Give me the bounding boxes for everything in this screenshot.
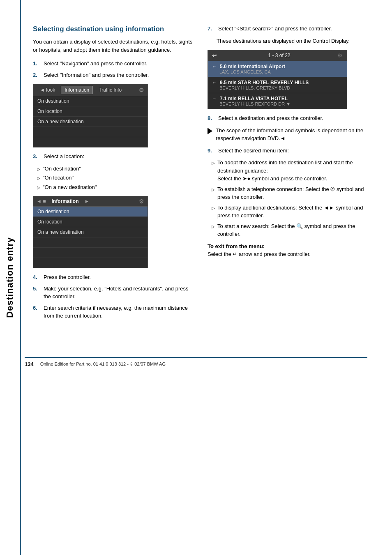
exit-section: To exit from the menu: Select the ↵ arro… <box>208 242 370 258</box>
col-left: Selecting destination using information … <box>33 25 195 324</box>
tri-arrow-3: ▷ <box>37 184 40 191</box>
right-steps: 7. Select "<Start search>" and press the… <box>208 25 370 33</box>
display-settings-icon[interactable]: ⚙ <box>337 52 343 59</box>
right-steps-3: 9. Select the desired menu item: <box>208 147 370 155</box>
footer-text: Online Edition for Part no. 01 41 0 013 … <box>40 362 166 366</box>
display-row-3[interactable]: → 7.1 mls BELLA VISTA HOTEL BEVERLY HILL… <box>208 93 347 109</box>
note-triangle-icon <box>208 128 212 134</box>
display-name-3: 7.1 mls BELLA VISTA HOTEL <box>220 96 288 101</box>
step-8: 8. Select a destination and press the co… <box>208 114 370 122</box>
note-box: The scope of the information and symbols… <box>208 127 370 143</box>
step-text-3: Select a location: <box>44 152 84 161</box>
widget-row-on-location: On location <box>33 106 148 117</box>
display-sub-2: BEVERLY HILLS, GRETZKY BLVD <box>212 85 343 90</box>
intro-text: You can obtain a display of selected des… <box>33 38 195 54</box>
page-number: 134 <box>25 361 34 367</box>
sidebar-label: Destination entry <box>5 237 15 318</box>
two-col-layout: Selecting destination using information … <box>33 25 370 324</box>
footer: 134 Online Edition for Part no. 01 41 0 … <box>25 357 367 367</box>
widget2-info-label: Information <box>51 198 78 204</box>
exit-label: To exit from the menu: Select the ↵ arro… <box>208 242 370 258</box>
widget-row-on-new-dest: On a new destination <box>33 117 148 127</box>
widget2-row-empty1 <box>33 237 148 248</box>
step-9-subitems: ▷ To adopt the address into the destinat… <box>212 159 370 238</box>
display-widget: ↩ 1 - 3 of 22 ⚙ ← 5.0 mls International … <box>208 50 347 109</box>
right-steps-2: 8. Select a destination and press the co… <box>208 114 370 122</box>
display-row-2-main: ← 9.5 mls STAR HOTEL BEVERLY HILLS <box>212 80 343 85</box>
sub-9-1: ▷ To adopt the address into the destinat… <box>212 159 370 183</box>
widget2-row-on-dest: On destination <box>33 207 148 217</box>
widget-1: ◄ look Information Traffic Info ⚙ On des… <box>33 84 148 147</box>
widget-tab-information[interactable]: Information <box>61 86 93 94</box>
step-5: 5. Make your selection, e.g. "Hotels and… <box>33 285 195 301</box>
widget-row-empty2 <box>33 137 148 147</box>
tri-arrow-1: ▷ <box>37 166 40 172</box>
sub-text-on-new: "On a new destination" <box>43 183 97 191</box>
steps-list-3: 4. Press the controller. 5. Make your se… <box>33 273 195 320</box>
sub-text-9-2: To establish a telephone connection: Sel… <box>217 185 370 201</box>
display-sub-1: LAX, LOS ANGELES, CA <box>212 69 343 74</box>
step-num-4: 4. <box>33 273 42 281</box>
sub-9-2: ▷ To establish a telephone connection: S… <box>212 185 370 201</box>
steps-list-2: 3. Select a location: <box>33 152 195 161</box>
widget-tab-look[interactable]: ◄ look <box>37 86 58 94</box>
step-num-1: 1. <box>33 60 42 68</box>
tri-arrow-9-2: ▷ <box>212 187 215 193</box>
step-text-5: Make your selection, e.g. "Hotels and re… <box>44 285 195 301</box>
dist-arrow-2: ← <box>212 80 217 85</box>
sub-item-on-dest: ▷ "On destination" <box>37 165 195 173</box>
step-text-4: Press the controller. <box>44 273 91 281</box>
step-2: 2. Select "Information" and press the co… <box>33 71 195 79</box>
step-6: 6. Enter search criteria if necessary, e… <box>33 304 195 320</box>
display-header: ↩ 1 - 3 of 22 ⚙ <box>208 50 347 61</box>
step-3: 3. Select a location: <box>33 152 195 161</box>
section-title: Selecting destination using information <box>33 25 195 34</box>
tri-arrow-9-1: ▷ <box>212 160 215 166</box>
step-text-6: Enter search criteria if necessary, e.g.… <box>44 304 195 320</box>
back-icon[interactable]: ↩ <box>212 52 217 59</box>
step-4: 4. Press the controller. <box>33 273 195 281</box>
steps-list: 1. Select "Navigation" and press the con… <box>33 60 195 79</box>
main-content: Selecting destination using information … <box>25 0 386 341</box>
sub-9-4: ▷ To start a new search: Select the 🔍 sy… <box>212 222 370 238</box>
step-num-8: 8. <box>208 114 217 122</box>
widget-2: ◄ ■ Information ► ⚙ On destination On lo… <box>33 196 148 268</box>
step-7: 7. Select "<Start search>" and press the… <box>208 25 370 33</box>
widget2-settings-icon[interactable]: ⚙ <box>139 198 144 205</box>
widget2-row-on-loc: On location <box>33 217 148 227</box>
widget-tab-traffic[interactable]: Traffic Info <box>95 86 125 94</box>
display-row-1[interactable]: ← 5.0 mls International Airport LAX, LOS… <box>208 61 347 77</box>
display-sub-3: BEVERLY HILLS REXFORD DR ▼ <box>212 101 343 106</box>
widget-settings-icon[interactable]: ⚙ <box>139 87 144 93</box>
step-text-9: Select the desired menu item: <box>218 147 289 155</box>
display-name-2: 9.5 mls STAR HOTEL BEVERLY HILLS <box>220 80 309 85</box>
widget-1-header: ◄ look Information Traffic Info ⚙ <box>33 84 148 96</box>
widget2-right-arrow: ► <box>84 198 89 204</box>
widget-row-on-destination: On destination <box>33 96 148 106</box>
note-text: The scope of the information and symbols… <box>216 127 370 143</box>
step-text-1: Select "Navigation" and press the contro… <box>44 60 148 68</box>
sub-text-on-loc: "On location" <box>43 174 74 182</box>
display-row-1-main: ← 5.0 mls International Airport <box>212 64 343 69</box>
display-row-2[interactable]: ← 9.5 mls STAR HOTEL BEVERLY HILLS BEVER… <box>208 77 347 93</box>
widget2-row-empty3 <box>33 258 148 268</box>
step-text-2: Select "Information" and press the contr… <box>44 71 149 79</box>
step-num-2: 2. <box>33 71 42 79</box>
col-right: 7. Select "<Start search>" and press the… <box>208 25 370 258</box>
sub-text-9-4: To start a new search: Select the 🔍 symb… <box>217 222 370 238</box>
step-num-7: 7. <box>208 25 217 33</box>
tri-arrow-9-3: ▷ <box>212 205 215 211</box>
display-row-3-main: → 7.1 mls BELLA VISTA HOTEL <box>212 96 343 101</box>
sub-text-9-1: To adopt the address into the destinatio… <box>217 159 370 183</box>
tri-arrow-2: ▷ <box>37 175 40 181</box>
widget2-row-empty2 <box>33 248 148 258</box>
step-num-9: 9. <box>208 147 217 155</box>
dist-arrow-3: → <box>212 96 217 101</box>
step-text-7: Select "<Start search>" and press the co… <box>218 25 332 33</box>
step-text-8: Select a destination and press the contr… <box>218 114 323 122</box>
step-7-detail: These destinations are displayed on the … <box>217 37 370 45</box>
display-name-1: 5.0 mls International Airport <box>220 64 285 69</box>
widget-row-empty1 <box>33 127 148 137</box>
widget2-row-on-new: On a new destination <box>33 227 148 237</box>
step-3-subitems: ▷ "On destination" ▷ "On location" ▷ "On… <box>37 165 195 191</box>
